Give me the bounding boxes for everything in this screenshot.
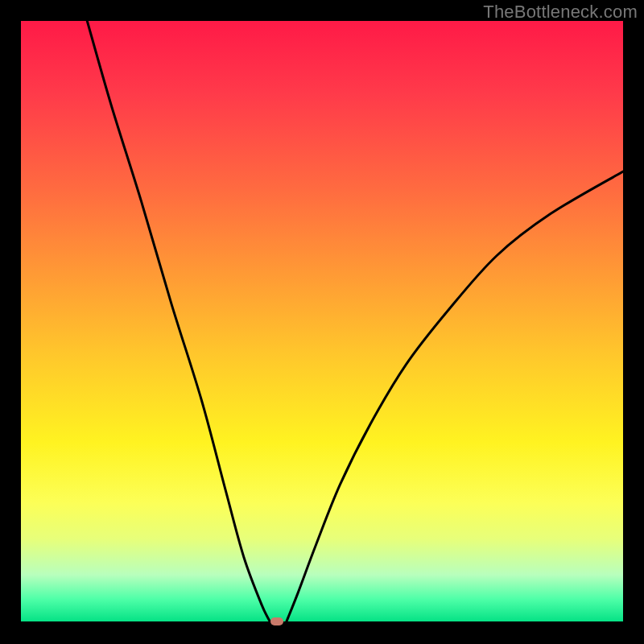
plot-bottom-edge xyxy=(21,621,623,625)
plot-area xyxy=(21,21,623,623)
bottleneck-curve xyxy=(21,21,623,623)
attribution-text: TheBottleneck.com xyxy=(483,2,638,23)
minimum-marker xyxy=(270,617,283,625)
curve-right-branch xyxy=(286,171,623,623)
curve-left-branch xyxy=(87,21,270,623)
